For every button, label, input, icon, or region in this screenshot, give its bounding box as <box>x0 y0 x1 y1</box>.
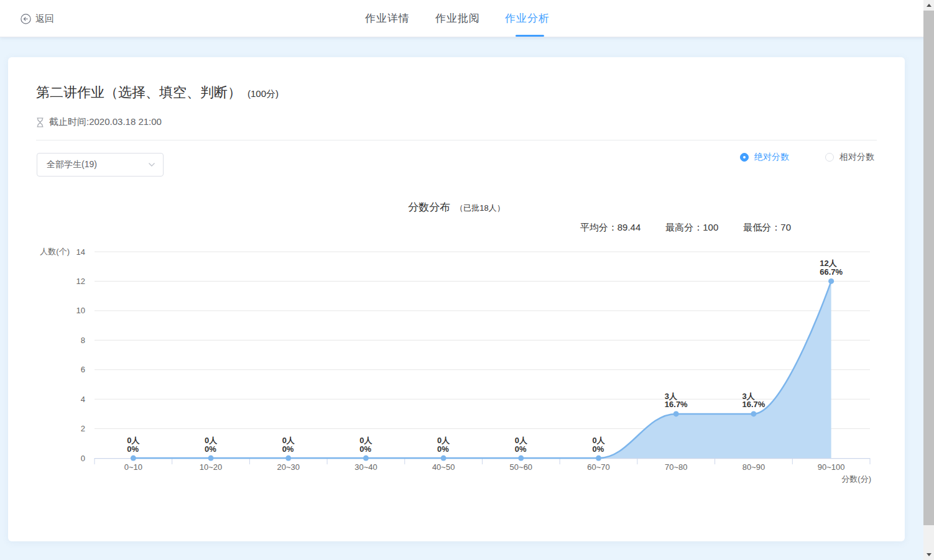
svg-text:20~30: 20~30 <box>277 462 300 472</box>
svg-text:0%: 0% <box>515 444 527 454</box>
radio-absolute-label: 绝对分数 <box>754 152 789 163</box>
back-arrow-icon <box>21 14 31 24</box>
radio-checked-icon <box>740 153 749 162</box>
student-filter-value: 全部学生(19) <box>47 159 148 170</box>
tab-homework-detail[interactable]: 作业详情 <box>364 0 411 37</box>
scrollbar-up-button[interactable] <box>923 0 934 11</box>
svg-text:16.7%: 16.7% <box>742 400 765 409</box>
svg-text:66.7%: 66.7% <box>820 267 843 277</box>
svg-text:0: 0 <box>81 454 85 463</box>
max-score: 最高分：100 <box>665 222 718 234</box>
scrollbar-down-button[interactable] <box>923 549 934 560</box>
graded-count: （已批18人） <box>455 203 504 213</box>
divider <box>36 140 877 140</box>
average-score: 平均分：89.44 <box>580 222 641 234</box>
deadline-row: 截止时间:2020.03.18 21:00 <box>36 116 162 128</box>
back-label: 返回 <box>35 13 54 25</box>
svg-text:12: 12 <box>76 277 85 286</box>
svg-text:10: 10 <box>76 306 85 315</box>
svg-text:0%: 0% <box>205 444 216 454</box>
svg-text:分数(分): 分数(分) <box>841 474 871 484</box>
scroll-down-icon <box>927 553 932 556</box>
radio-unchecked-icon <box>825 153 834 162</box>
radio-relative-score[interactable]: 相对分数 <box>825 152 874 163</box>
scrollbar[interactable] <box>923 0 934 560</box>
svg-text:16.7%: 16.7% <box>665 400 688 409</box>
svg-text:60~70: 60~70 <box>587 462 610 472</box>
svg-text:6: 6 <box>81 365 85 374</box>
radio-absolute-score[interactable]: 绝对分数 <box>740 152 789 163</box>
score-mode-radio-group: 绝对分数 相对分数 <box>740 148 874 167</box>
svg-text:人数(个): 人数(个) <box>40 247 70 256</box>
back-button[interactable]: 返回 <box>21 0 54 37</box>
active-tab-underline <box>516 35 544 37</box>
assignment-total-score: (100分) <box>247 88 279 100</box>
svg-text:80~90: 80~90 <box>742 462 765 472</box>
scrollbar-thumb[interactable] <box>923 11 934 525</box>
chevron-down-icon <box>148 162 155 167</box>
svg-text:0%: 0% <box>592 444 604 454</box>
assignment-title: 第二讲作业（选择、填空、判断） <box>36 83 241 102</box>
svg-text:0%: 0% <box>437 444 449 454</box>
analysis-card: 第二讲作业（选择、填空、判断） (100分) 截止时间:2020.03.18 2… <box>8 57 905 541</box>
svg-text:2: 2 <box>81 424 85 433</box>
svg-text:30~40: 30~40 <box>354 462 377 472</box>
chart-header: 分数分布（已批18人） <box>8 200 905 214</box>
svg-text:50~60: 50~60 <box>510 462 533 472</box>
hourglass-icon <box>36 117 44 127</box>
min-score: 最低分：70 <box>743 222 791 234</box>
svg-text:8: 8 <box>81 336 85 345</box>
tab-homework-analysis[interactable]: 作业分析 <box>504 0 551 37</box>
svg-text:10~20: 10~20 <box>200 462 223 472</box>
tab-homework-review[interactable]: 作业批阅 <box>434 0 481 37</box>
svg-text:0%: 0% <box>359 444 371 454</box>
chart-title: 分数分布 <box>408 201 450 213</box>
top-nav: 返回 作业详情 作业批阅 作业分析 <box>0 0 934 37</box>
svg-text:4: 4 <box>81 395 85 404</box>
score-distribution-chart[interactable]: 02468101214人数(个)分数(分)0~1010~2020~3030~40… <box>8 242 905 491</box>
score-stats: 平均分：89.44 最高分：100 最低分：70 <box>580 222 791 234</box>
svg-text:0~10: 0~10 <box>124 462 142 472</box>
svg-text:0%: 0% <box>282 444 294 454</box>
student-filter-select[interactable]: 全部学生(19) <box>37 153 164 177</box>
svg-text:0%: 0% <box>127 444 139 454</box>
svg-text:40~50: 40~50 <box>432 462 455 472</box>
svg-text:70~80: 70~80 <box>665 462 688 472</box>
scroll-up-icon <box>927 4 932 7</box>
svg-text:90~100: 90~100 <box>818 462 845 472</box>
deadline-text: 截止时间:2020.03.18 21:00 <box>49 116 162 128</box>
radio-relative-label: 相对分数 <box>839 152 874 163</box>
svg-text:14: 14 <box>76 247 85 257</box>
page: 返回 作业详情 作业批阅 作业分析 第二讲作业（选择、填空、判断） (100分)… <box>0 0 934 560</box>
